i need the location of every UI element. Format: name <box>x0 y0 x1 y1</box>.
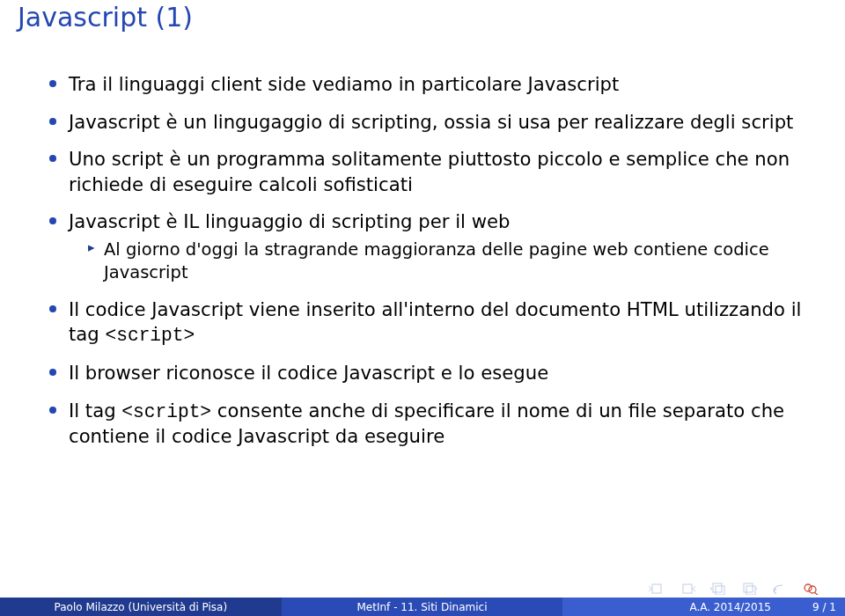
bullet-text: Al giorno d'oggi la stragrande maggioran… <box>104 239 769 282</box>
bullet-list: Tra il linguaggi client side vediamo in … <box>49 72 810 450</box>
list-item: Il browser riconosce il codice Javascrip… <box>49 361 810 386</box>
footer-author-text: Paolo Milazzo (Università di Pisa) <box>55 601 228 613</box>
svg-point-6 <box>805 584 812 591</box>
code-literal: <script> <box>121 401 211 422</box>
footer: Paolo Milazzo (Università di Pisa) MetIn… <box>0 598 845 616</box>
nav-prev-slide-icon[interactable] <box>649 583 665 595</box>
footer-title-text: MetInf - 11. Siti Dinamici <box>357 601 488 613</box>
sub-list: Al giorno d'oggi la stragrande maggioran… <box>88 238 810 285</box>
nav-next-section-icon[interactable] <box>741 583 757 595</box>
list-item: Il codice Javascript viene inserito all'… <box>49 297 810 348</box>
nav-search-icon[interactable] <box>803 583 819 595</box>
footer-date-text: A.A. 2014/2015 <box>689 601 771 613</box>
slide-title: Javascript (1) <box>18 2 193 33</box>
list-item: Uno script è un programma solitamente pi… <box>49 147 810 197</box>
footer-date: A.A. 2014/2015 9 / 1 <box>562 598 845 616</box>
list-item: Javascript è un lingugaggio di scripting… <box>49 110 810 136</box>
bullet-text: Javascript è un lingugaggio di scripting… <box>69 111 793 133</box>
footer-title: MetInf - 11. Siti Dinamici <box>282 598 563 616</box>
svg-rect-5 <box>746 586 755 595</box>
beamer-nav <box>649 583 819 595</box>
code-literal: <script> <box>105 325 195 346</box>
list-item: Il tag <script> consente anche di specif… <box>49 399 810 450</box>
footer-author: Paolo Milazzo (Università di Pisa) <box>0 598 282 616</box>
bullet-text: Il browser riconosce il codice Javascrip… <box>69 362 548 384</box>
footer-page-number: 9 / 1 <box>812 601 836 613</box>
list-item: Tra il linguaggi client side vediamo in … <box>49 72 810 98</box>
list-item: Al giorno d'oggi la stragrande maggioran… <box>88 238 810 285</box>
list-item: Javascript è IL linguaggio di scripting … <box>49 209 810 284</box>
slide: Javascript (1) Tra il linguaggi client s… <box>0 0 845 616</box>
svg-rect-1 <box>683 584 692 593</box>
svg-rect-3 <box>716 586 724 595</box>
bullet-text: Il tag <box>69 400 121 422</box>
slide-content: Tra il linguaggi client side vediamo in … <box>49 72 810 462</box>
svg-rect-2 <box>713 583 722 592</box>
svg-rect-4 <box>744 583 753 592</box>
nav-next-slide-icon[interactable] <box>680 583 695 595</box>
bullet-text: Javascript è IL linguaggio di scripting … <box>69 210 511 232</box>
bullet-text: Uno script è un programma solitamente pi… <box>69 148 790 195</box>
nav-prev-section-icon[interactable] <box>710 583 726 595</box>
svg-rect-0 <box>652 584 661 593</box>
bullet-text: Tra il linguaggi client side vediamo in … <box>69 73 619 95</box>
nav-back-icon[interactable] <box>772 583 788 595</box>
